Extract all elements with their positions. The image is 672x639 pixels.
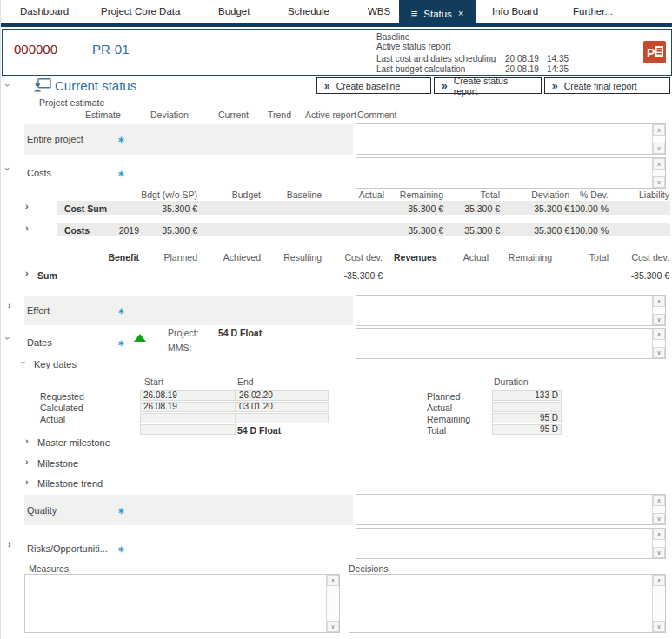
expand-risks-icon[interactable]: › <box>8 539 11 549</box>
scroll-up-icon[interactable]: ∧ <box>653 124 665 136</box>
planned-duration-field[interactable]: 133 D <box>492 390 562 401</box>
scroll-up-icon[interactable]: ∧ <box>653 296 665 307</box>
nav-underline <box>1 23 672 27</box>
expand-sum-icon[interactable]: › <box>25 268 29 278</box>
project-code: PR-01 <box>92 42 130 57</box>
section-dates-label: Dates <box>27 337 52 348</box>
effort-row <box>24 296 353 325</box>
scroll-up-icon[interactable]: ∧ <box>653 329 665 340</box>
col-revenues: Revenues <box>394 252 437 263</box>
trend-up-indicator-icon <box>134 334 146 342</box>
requested-start-field[interactable]: 26.08.19 <box>140 390 236 401</box>
tab-budget[interactable]: Budget <box>218 6 250 17</box>
section-entire-project-label: Entire project <box>27 134 83 144</box>
comment-effort[interactable]: ∧ ∨ <box>356 295 666 326</box>
measures-text-area[interactable]: ∧ ∨ <box>24 574 340 633</box>
status-page: Dashboard Project Core Data Budget Sched… <box>0 0 672 639</box>
decisions-text-area[interactable]: ∧ ∨ <box>349 574 666 633</box>
measures-label: Measures <box>29 563 69 574</box>
scroll-down-icon[interactable]: ∨ <box>653 547 665 558</box>
comment-risks[interactable]: ∧ ∨ <box>356 528 666 559</box>
col-deviation: Deviation <box>150 110 189 120</box>
scrollbar: ∧ ∨ <box>652 124 665 154</box>
calculated-end-field[interactable]: 03.01.20 <box>236 402 329 412</box>
last-scheduling-time: 14:35 <box>547 54 569 63</box>
actual-duration-field[interactable] <box>492 402 562 412</box>
scroll-down-icon[interactable]: ∨ <box>653 513 665 524</box>
col-duration: Duration <box>494 376 529 387</box>
scroll-up-icon[interactable]: ∧ <box>653 495 665 506</box>
scroll-up-icon[interactable]: ∧ <box>653 575 665 586</box>
actual-duration-label: Actual <box>427 403 452 413</box>
comment-dates[interactable]: ∧ ∨ <box>356 328 666 359</box>
double-chevron-icon: » <box>324 81 330 91</box>
comment-text-area[interactable] <box>356 329 652 358</box>
col-cost-dev: Cost dev. <box>344 252 383 263</box>
tab-info-board[interactable]: Info Board <box>492 6 538 17</box>
tab-further[interactable]: Further... <box>573 6 613 17</box>
requested-end-field[interactable]: 26.02.20 <box>236 390 329 401</box>
costs-row-total: 35.300 € <box>464 225 500 236</box>
tab-project-core-data[interactable]: Project Core Data <box>101 6 180 17</box>
tab-status-label: Status <box>423 9 452 19</box>
remaining-duration-field[interactable]: 95 D <box>492 413 562 423</box>
comment-entire-project[interactable]: ∧ ∨ <box>356 123 666 155</box>
comment-text-area[interactable] <box>356 124 652 154</box>
project-float-value: 54 D Float <box>218 328 262 338</box>
tab-wbs[interactable]: WBS <box>368 6 390 17</box>
scroll-up-icon[interactable]: ∧ <box>327 575 339 586</box>
expand-effort-icon[interactable]: › <box>8 300 11 310</box>
scroll-down-icon[interactable]: ∨ <box>653 143 665 154</box>
sum-label: Sum <box>37 270 57 281</box>
powerpoint-export-icon[interactable]: P <box>643 41 666 63</box>
expand-milestone-icon[interactable]: › <box>25 456 29 467</box>
col-rev-remaining: Remaining <box>509 252 552 263</box>
expand-master-milestone-icon[interactable]: › <box>25 436 29 446</box>
comment-quality[interactable]: ∧ ∨ <box>356 494 666 525</box>
decisions-input[interactable] <box>349 575 652 632</box>
cost-sum-remaining: 35.300 € <box>408 203 443 214</box>
create-baseline-button[interactable]: » Create baseline <box>316 77 431 94</box>
comment-text-area[interactable] <box>356 158 652 188</box>
col-rev-actual: Actual <box>463 252 489 263</box>
scroll-up-icon[interactable]: ∧ <box>653 158 665 170</box>
hamburger-icon[interactable]: ≡ <box>411 8 418 19</box>
expand-milestone-trend-icon[interactable]: › <box>25 476 29 487</box>
scroll-up-icon[interactable]: ∧ <box>653 529 665 540</box>
comment-costs[interactable]: ∧ ∨ <box>356 157 666 189</box>
estimate-marker-icon: ∗ <box>117 544 124 554</box>
total-duration-field[interactable]: 95 D <box>492 424 562 435</box>
scroll-down-icon[interactable]: ∨ <box>327 621 339 632</box>
estimate-marker-icon: ∗ <box>117 338 124 348</box>
scrollbar: ∧ ∨ <box>652 529 665 558</box>
calculated-start-field[interactable]: 26.08.19 <box>140 402 236 412</box>
empty-date-field[interactable] <box>140 424 236 435</box>
collapse-costs-icon[interactable]: › <box>3 167 13 170</box>
tab-schedule[interactable]: Schedule <box>288 6 329 17</box>
tab-dashboard[interactable]: Dashboard <box>20 6 69 17</box>
scroll-down-icon[interactable]: ∨ <box>653 314 665 325</box>
comment-text-area[interactable] <box>356 296 652 325</box>
collapse-current-status-icon[interactable]: › <box>3 83 13 87</box>
create-final-report-button[interactable]: » Create final report <box>544 77 670 94</box>
col-pct-dev: % Dev. <box>580 190 609 200</box>
comment-text-area[interactable] <box>356 529 652 558</box>
col-estimate: Estimate <box>85 110 121 120</box>
scrollbar: ∧ ∨ <box>652 575 665 632</box>
create-status-report-button[interactable]: » Create status report <box>434 77 542 94</box>
expand-costs-row-icon[interactable]: › <box>25 223 29 233</box>
collapse-key-dates-icon[interactable]: › <box>18 361 29 364</box>
active-status-label: Active status report <box>376 42 451 51</box>
comment-text-area[interactable] <box>356 495 652 524</box>
scroll-down-icon[interactable]: ∨ <box>653 621 665 632</box>
collapse-dates-icon[interactable]: › <box>3 336 13 340</box>
expand-cost-sum-icon[interactable]: › <box>25 201 29 211</box>
close-tab-icon[interactable]: × <box>458 9 463 18</box>
scroll-down-icon[interactable]: ∨ <box>653 176 665 188</box>
calculated-label: Calculated <box>40 403 83 413</box>
scroll-down-icon[interactable]: ∨ <box>653 347 665 358</box>
actual-start-field[interactable] <box>140 413 236 423</box>
measures-input[interactable] <box>25 575 326 632</box>
float-value: 54 D Float <box>237 425 281 436</box>
actual-end-field[interactable] <box>236 413 329 423</box>
